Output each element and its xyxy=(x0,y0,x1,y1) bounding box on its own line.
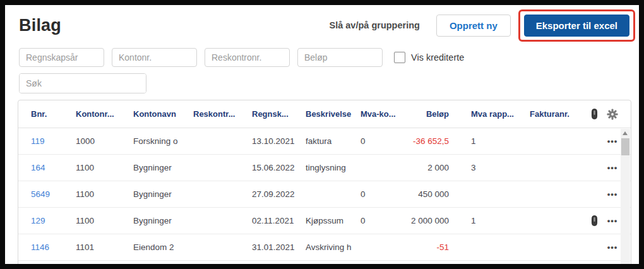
attachment-cell xyxy=(585,189,603,200)
belop-cell: 2 000 xyxy=(398,163,471,172)
header-fakturanr[interactable]: Fakturanr. xyxy=(530,109,585,119)
belop-cell: -36 652,5 xyxy=(398,136,471,146)
bnr-link[interactable]: 1146 xyxy=(31,242,76,252)
header-mva-rapp[interactable]: Mva rapp... xyxy=(471,109,530,119)
row-actions-button[interactable]: ••• xyxy=(603,242,622,252)
kontonavn-cell: Bygninger xyxy=(133,216,193,225)
kontonr-cell: 1101 xyxy=(76,242,133,252)
table-header-row: Bnr. Kontonr... Kontonavn Reskontr... Re… xyxy=(18,100,631,128)
scrollbar-thumb[interactable] xyxy=(621,138,629,155)
header-attachment-column xyxy=(585,109,603,119)
scroll-up-icon[interactable] xyxy=(623,131,628,135)
mva-rapp-cell: 3 xyxy=(471,163,530,172)
grouping-toggle[interactable]: Slå av/på gruppering xyxy=(330,20,420,30)
header-kontonr[interactable]: Kontonr... xyxy=(76,109,133,119)
attachment-cell xyxy=(585,136,603,146)
kontonavn-cell: Bygninger xyxy=(133,189,193,199)
beskrivelse-cell: faktura xyxy=(306,136,361,146)
row-actions-button[interactable]: ••• xyxy=(603,189,622,199)
table-scrollbar[interactable] xyxy=(621,129,630,264)
export-highlight-annotation: Eksporter til excel xyxy=(518,9,635,42)
search-input[interactable] xyxy=(20,74,146,93)
mva-kode-cell: 0 xyxy=(361,136,398,146)
regnskapsdato-cell: 31.01.2021 xyxy=(252,242,306,252)
header-settings[interactable] xyxy=(603,109,622,120)
header-reskontr[interactable]: Reskontr... xyxy=(193,109,252,119)
belop-cell: 2 000 000 xyxy=(398,216,471,225)
header-belop[interactable]: Beløp xyxy=(398,109,471,119)
beskrivelse-cell: Kjøpssum xyxy=(306,216,361,225)
search-row xyxy=(19,73,639,93)
mva-kode-cell: 0 xyxy=(361,216,398,225)
top-bar: Bilag Slå av/på gruppering Opprett ny Ek… xyxy=(5,5,639,42)
row-actions-button[interactable]: ••• xyxy=(603,136,622,146)
attachment-cell xyxy=(585,242,603,253)
belop-input[interactable] xyxy=(297,48,383,67)
reskontronr-input[interactable] xyxy=(205,48,290,67)
table-row: 5649 1100 Bygninger 27.09.2022 0 450 000… xyxy=(18,181,631,208)
attachment-icon xyxy=(592,215,597,226)
vis-krediterte-wrap: Vis krediterte xyxy=(394,52,464,63)
mva-kode-cell: 0 xyxy=(361,189,398,199)
table-row: 119 1000 Forskning o 13.10.2021 faktura … xyxy=(18,128,631,155)
regnskapsar-input[interactable] xyxy=(19,48,104,67)
page-title: Bilag xyxy=(19,16,61,35)
kontonr-cell: 1100 xyxy=(76,216,133,225)
table-body: 119 1000 Forskning o 13.10.2021 faktura … xyxy=(18,128,631,261)
screenshot-frame: Bilag Slå av/på gruppering Opprett ny Ek… xyxy=(0,0,644,269)
kontonr-input[interactable] xyxy=(112,48,197,67)
table-row: 164 1100 Bygninger 15.06.2022 tinglysnin… xyxy=(18,155,631,181)
table-row: 129 1100 Bygninger 02.11.2021 Kjøpssum 0… xyxy=(18,208,631,234)
header-beskrivelse[interactable]: Beskrivelse xyxy=(306,109,361,119)
vis-krediterte-checkbox[interactable] xyxy=(394,52,405,63)
kontonavn-cell: Eiendom 2 xyxy=(133,242,193,252)
belop-cell: -51 xyxy=(398,242,471,252)
gear-icon xyxy=(607,109,618,120)
regnskapsdato-cell: 27.09.2022 xyxy=(252,189,306,199)
regnskapsdato-cell: 15.06.2022 xyxy=(252,163,306,172)
row-actions-button[interactable]: ••• xyxy=(603,163,622,172)
belop-cell: 450 000 xyxy=(398,189,471,199)
regnskapsdato-cell: 02.11.2021 xyxy=(252,216,306,225)
kontonavn-cell: Forskning o xyxy=(133,136,193,146)
table-row: 1146 1101 Eiendom 2 31.01.2021 Avskrivin… xyxy=(18,234,631,261)
filter-row: Vis krediterte xyxy=(19,48,639,67)
bnr-link[interactable]: 5649 xyxy=(31,189,76,199)
bilag-page: Bilag Slå av/på gruppering Opprett ny Ek… xyxy=(5,5,639,264)
mva-rapp-cell: 1 xyxy=(471,216,530,225)
attachment-cell xyxy=(585,162,603,173)
row-actions-button[interactable]: ••• xyxy=(603,216,622,225)
bnr-link[interactable]: 164 xyxy=(31,163,76,172)
beskrivelse-cell: Avskriving h xyxy=(306,242,361,252)
vouchers-table: Bnr. Kontonr... Kontonavn Reskontr... Re… xyxy=(18,100,631,264)
mva-rapp-cell: 1 xyxy=(471,136,530,146)
beskrivelse-cell: tinglysning xyxy=(306,163,361,172)
header-kontonavn[interactable]: Kontonavn xyxy=(133,109,193,119)
export-to-excel-button[interactable]: Eksporter til excel xyxy=(524,15,629,37)
vis-krediterte-label[interactable]: Vis krediterte xyxy=(411,52,464,63)
attachment-icon xyxy=(592,109,597,119)
bnr-link[interactable]: 129 xyxy=(31,216,76,225)
header-bnr[interactable]: Bnr. xyxy=(31,109,76,119)
kontonavn-cell: Bygninger xyxy=(133,163,193,172)
kontonr-cell: 1100 xyxy=(76,163,133,172)
header-regnsk[interactable]: Regnsk... xyxy=(252,109,306,119)
regnskapsdato-cell: 13.10.2021 xyxy=(252,136,306,146)
search-group xyxy=(19,73,146,93)
create-new-button[interactable]: Opprett ny xyxy=(436,15,511,37)
top-bar-actions: Slå av/på gruppering Opprett ny Eksporte… xyxy=(330,9,636,42)
header-mva-kode[interactable]: Mva-ko... xyxy=(361,109,398,119)
kontonr-cell: 1000 xyxy=(76,136,133,146)
kontonr-cell: 1100 xyxy=(76,189,133,199)
bnr-link[interactable]: 119 xyxy=(31,136,76,146)
attachment-cell xyxy=(585,215,603,226)
